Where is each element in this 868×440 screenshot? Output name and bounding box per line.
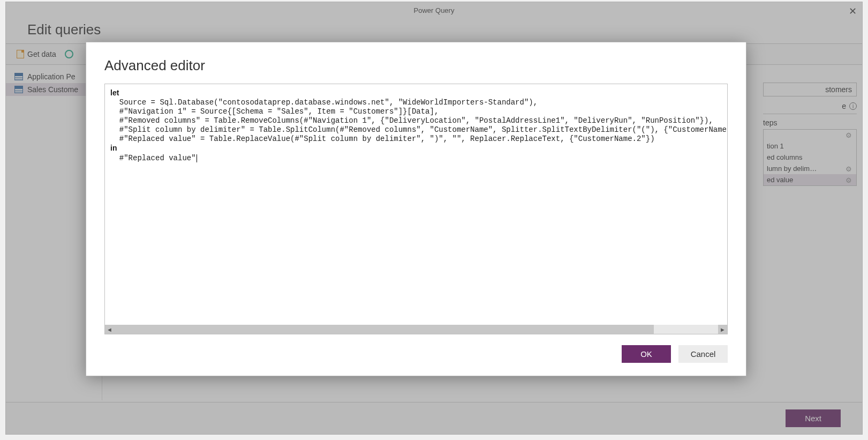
footer: Next (6, 402, 862, 434)
step-label: ed value (767, 176, 793, 184)
scroll-right-icon[interactable]: ► (718, 325, 727, 334)
info-icon[interactable]: i (849, 102, 857, 110)
scroll-thumb[interactable] (654, 325, 718, 334)
gear-icon[interactable]: ⚙ (846, 176, 853, 184)
get-data-label: Get data (27, 50, 56, 58)
query-settings-pane: stomers e i teps ⚙ tion 1 ed columns lum… (763, 83, 857, 186)
step-label: tion 1 (767, 142, 784, 150)
cancel-button[interactable]: Cancel (678, 345, 728, 363)
applied-step[interactable]: tion 1 (764, 140, 856, 152)
table-icon (14, 86, 23, 93)
query-label: Application Pe (27, 72, 76, 81)
code-editor[interactable]: let Source = Sql.Database("contosodatapr… (105, 84, 727, 325)
query-label: Sales Custome (27, 85, 78, 94)
scroll-track[interactable] (114, 325, 718, 334)
document-icon (17, 50, 24, 58)
horizontal-scrollbar[interactable]: ◄ ► (105, 325, 727, 334)
applied-step[interactable]: ⚙ (764, 130, 856, 140)
applied-steps-header: teps (763, 114, 857, 129)
dialog-title: Advanced editor (104, 57, 728, 74)
ok-button[interactable]: OK (622, 345, 671, 363)
scroll-left-icon[interactable]: ◄ (105, 325, 114, 334)
applied-step[interactable]: ed columns (764, 152, 856, 163)
advanced-editor-dialog: Advanced editor let Source = Sql.Databas… (86, 42, 746, 376)
gear-icon[interactable]: ⚙ (846, 165, 853, 173)
query-name-input[interactable]: stomers (763, 83, 857, 96)
table-icon (14, 73, 23, 80)
entity-label: e i (763, 102, 857, 110)
refresh-icon (65, 50, 73, 58)
applied-step[interactable]: lumn by delim… ⚙ (764, 163, 856, 174)
page-title: Edit queries (6, 18, 862, 43)
close-icon[interactable]: ✕ (849, 5, 857, 17)
next-button[interactable]: Next (786, 409, 841, 427)
code-editor-container: let Source = Sql.Database("contosodatapr… (104, 84, 728, 334)
step-label: lumn by delim… (767, 165, 817, 173)
applied-steps-list: ⚙ tion 1 ed columns lumn by delim… ⚙ ed … (763, 129, 857, 186)
gear-icon[interactable]: ⚙ (846, 131, 853, 139)
get-data-button[interactable]: Get data (17, 50, 56, 58)
applied-step[interactable]: ed value ⚙ (764, 174, 856, 185)
dialog-actions: OK Cancel (104, 345, 728, 363)
app-title: Power Query (414, 6, 455, 14)
title-bar: Power Query ✕ (6, 2, 862, 18)
step-label: ed columns (767, 153, 802, 161)
toolbar-refresh-button[interactable] (65, 50, 73, 58)
